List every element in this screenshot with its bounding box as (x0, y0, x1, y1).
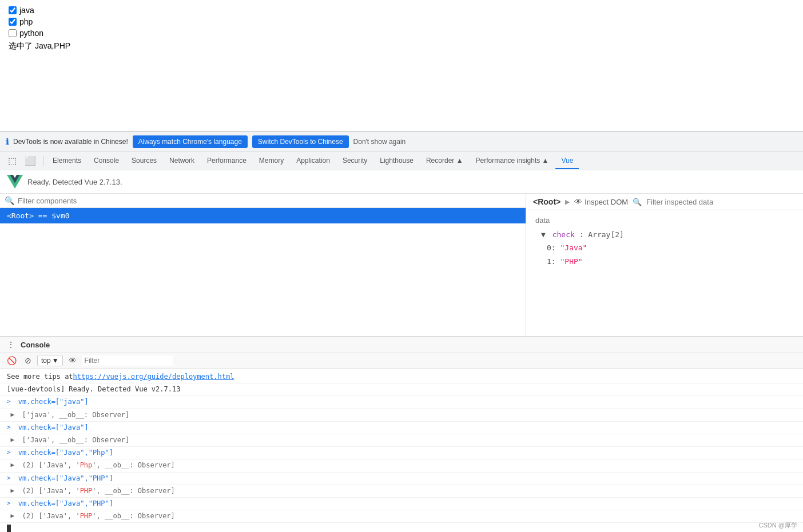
console-result-2: ['java', __ob__: Observer] (18, 410, 129, 421)
root-component-label: <Root> == $vm0 (7, 211, 70, 220)
breadcrumb-arrow: ▶ (565, 198, 570, 206)
devtools-tabs-bar: ⬚ ⬜ Elements Console Sources Network Per… (0, 152, 803, 170)
console-eye-button[interactable]: 👁 (66, 355, 79, 366)
switch-devtools-chinese-button[interactable]: Switch DevTools to Chinese (252, 135, 349, 148)
tab-performance-insights[interactable]: Performance insights ▲ (470, 153, 555, 169)
console-cmd-1: vm.check=["java"] (14, 397, 89, 407)
console-arrow-5[interactable]: > (7, 447, 11, 458)
php-checkbox[interactable] (9, 18, 17, 26)
console-menu-button[interactable]: ⋮ (5, 339, 17, 350)
console-expand-8[interactable]: ▶ (7, 486, 14, 496)
vue-components-panel: 🔍 <Root> == $vm0 (0, 194, 526, 336)
watermark-text: CSDN @厚学 (759, 522, 797, 529)
console-filter-toggle[interactable]: ⊘ (22, 355, 34, 366)
console-line-7: > vm.check=["Java","PHP"] (0, 473, 803, 485)
always-match-language-button[interactable]: Always match Chrome's language (133, 135, 248, 148)
selected-text: 选中了 Java,PHP (9, 41, 794, 51)
console-filter-input[interactable] (82, 355, 173, 366)
java-checkbox[interactable] (9, 6, 17, 14)
console-clear-button[interactable]: 🚫 (5, 355, 19, 366)
console-toolbar: 🚫 ⊘ top ▼ 👁 (0, 353, 803, 369)
console-line-8: ▶ (2) ['Java', 'PHP', __ob__: Observer] (0, 485, 803, 498)
root-component-row[interactable]: <Root> == $vm0 (0, 208, 526, 223)
console-line-4: ▶ ['Java', __ob__: Observer] (0, 434, 803, 447)
console-ready-text: [vue-devtools] Ready. Detected Vue v2.7.… (7, 384, 180, 395)
tab-recorder[interactable]: Recorder ▲ (420, 153, 469, 169)
console-expand-4[interactable]: ▶ (7, 435, 14, 445)
console-arrow-1[interactable]: > (7, 397, 11, 407)
console-line-9: > vm.check=["Java","PHP"] (0, 498, 803, 510)
tab-vue[interactable]: Vue (555, 153, 579, 169)
data-check-array: ▼ check : Array[2] 0: "Java" 1: "PHP" (541, 228, 794, 268)
console-line-6: ▶ (2) ['Java', 'Php', __ob__: Observer] (0, 459, 803, 472)
data-value-0: "Java" (560, 243, 587, 252)
console-arrow-9[interactable]: > (7, 498, 11, 509)
console-result-8: (2) ['Java', 'PHP', __ob__: Observer] (18, 486, 175, 497)
console-cmd-3: vm.check=["Java"] (14, 422, 89, 433)
tab-console[interactable]: Console (88, 153, 125, 169)
tab-lighthouse[interactable]: Lighthouse (374, 153, 419, 169)
tab-performance[interactable]: Performance (201, 153, 252, 169)
console-tip-link[interactable]: https://vuejs.org/guide/deployment.html (73, 371, 234, 382)
console-level-select[interactable]: top ▼ (37, 355, 63, 366)
data-index-1: 1: (547, 257, 560, 266)
console-line-tip: See more tips at https://vuejs.org/guide… (0, 371, 803, 383)
console-line-3: > vm.check=["Java"] (0, 422, 803, 434)
dont-show-again-button[interactable]: Don't show again (353, 138, 406, 146)
expand-arrow[interactable]: ▼ (541, 230, 546, 239)
java-checkbox-item: java (9, 6, 794, 15)
console-expand-2[interactable]: ▶ (7, 410, 14, 420)
java-label: java (19, 6, 34, 15)
tab-memory[interactable]: Memory (253, 153, 289, 169)
console-line-2: ▶ ['java', __ob__: Observer] (0, 409, 803, 422)
data-index-0: 0: (547, 243, 560, 252)
data-section-label: data (535, 216, 794, 225)
vue-logo-icon (7, 174, 23, 190)
tab-application[interactable]: Application (291, 153, 336, 169)
data-filter-search-icon: 🔍 (633, 198, 642, 206)
console-expand-10[interactable]: ▶ (7, 511, 14, 521)
data-value-1: "PHP" (560, 257, 582, 266)
tab-elements[interactable]: Elements (47, 153, 87, 169)
console-cmd-7: vm.check=["Java","PHP"] (14, 473, 113, 484)
inspect-dom-label: Inspect DOM (585, 198, 628, 206)
python-checkbox-item: python (9, 29, 794, 38)
component-tree: <Root> == $vm0 (0, 208, 526, 336)
tab-security[interactable]: Security (337, 153, 373, 169)
vue-data-inspector-panel: <Root> ▶ 👁 Inspect DOM 🔍 data ▼ check : … (526, 194, 803, 336)
console-cmd-9: vm.check=["Java","PHP"] (14, 498, 113, 509)
data-content: data ▼ check : Array[2] 0: "Java" 1: "PH… (526, 210, 803, 274)
component-filter-input[interactable] (18, 197, 521, 205)
csdn-watermark: CSDN @厚学 (753, 519, 803, 532)
python-checkbox[interactable] (9, 29, 17, 37)
python-label: python (19, 29, 43, 38)
console-line-5: > vm.check=["Java","Php"] (0, 447, 803, 459)
data-filter-input[interactable] (646, 198, 796, 206)
console-arrow-7[interactable]: > (7, 473, 11, 483)
tab-network[interactable]: Network (164, 153, 200, 169)
console-tip-text: See more tips at (7, 371, 73, 382)
eye-icon: 👁 (574, 197, 582, 206)
data-check-type: : Array[2] (579, 230, 624, 239)
vue-devtools-main-panel: 🔍 <Root> == $vm0 <Root> ▶ 👁 Inspect DOM … (0, 194, 803, 337)
filter-search-icon: 🔍 (5, 196, 14, 205)
inspect-element-icon[interactable]: ⬚ (5, 153, 20, 169)
device-mode-icon[interactable]: ⬜ (21, 153, 39, 169)
console-line-1: > vm.check=["java"] (0, 396, 803, 409)
console-level-label: top (41, 357, 51, 365)
console-expand-6[interactable]: ▶ (7, 460, 14, 470)
console-output: See more tips at https://vuejs.org/guide… (0, 369, 803, 532)
console-level-arrow: ▼ (52, 357, 59, 365)
tab-divider (43, 156, 43, 166)
tab-sources[interactable]: Sources (126, 153, 162, 169)
console-cmd-5: vm.check=["Java","Php"] (14, 447, 113, 458)
console-title: Console (21, 341, 50, 349)
console-prompt-line[interactable] (0, 523, 803, 532)
component-filter-bar: 🔍 (0, 194, 526, 208)
console-arrow-3[interactable]: > (7, 422, 11, 433)
vue-ready-message: Ready. Detected Vue 2.7.13. (27, 178, 122, 186)
console-panel: ⋮ Console 🚫 ⊘ top ▼ 👁 See more tips at h… (0, 337, 803, 532)
inspect-dom-button[interactable]: 👁 Inspect DOM (574, 197, 628, 206)
data-check-item-1: 1: "PHP" (547, 255, 794, 268)
console-cursor (7, 525, 11, 532)
